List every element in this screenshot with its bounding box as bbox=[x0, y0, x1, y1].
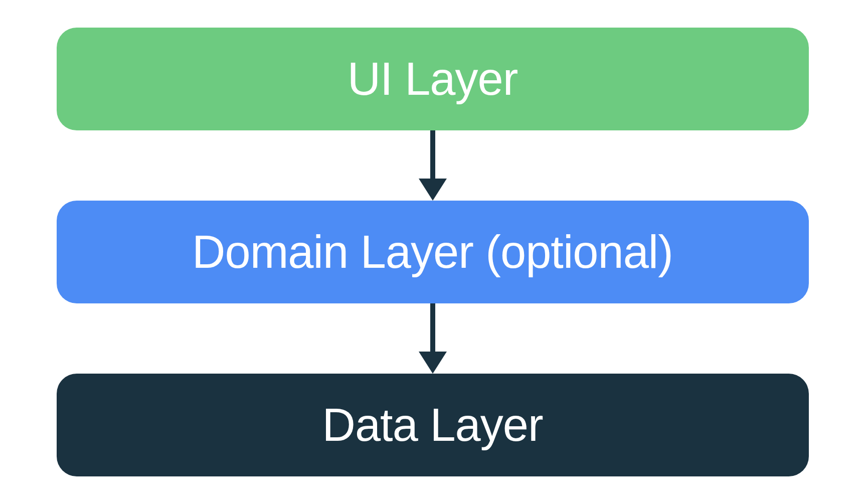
domain-layer-box: Domain Layer (optional) bbox=[57, 201, 809, 303]
arrow-line bbox=[430, 130, 435, 179]
arrow-line bbox=[430, 303, 435, 352]
arrow-down-icon bbox=[419, 130, 447, 201]
arrow-head bbox=[419, 179, 447, 201]
arrow-down-icon bbox=[419, 303, 447, 374]
data-layer-label: Data Layer bbox=[322, 399, 543, 451]
data-layer-box: Data Layer bbox=[57, 374, 809, 476]
domain-layer-label: Domain Layer (optional) bbox=[192, 226, 673, 278]
ui-layer-box: UI Layer bbox=[57, 28, 809, 130]
architecture-diagram: UI Layer Domain Layer (optional) Data La… bbox=[57, 28, 809, 476]
arrow-head bbox=[419, 352, 447, 374]
ui-layer-label: UI Layer bbox=[348, 53, 518, 105]
